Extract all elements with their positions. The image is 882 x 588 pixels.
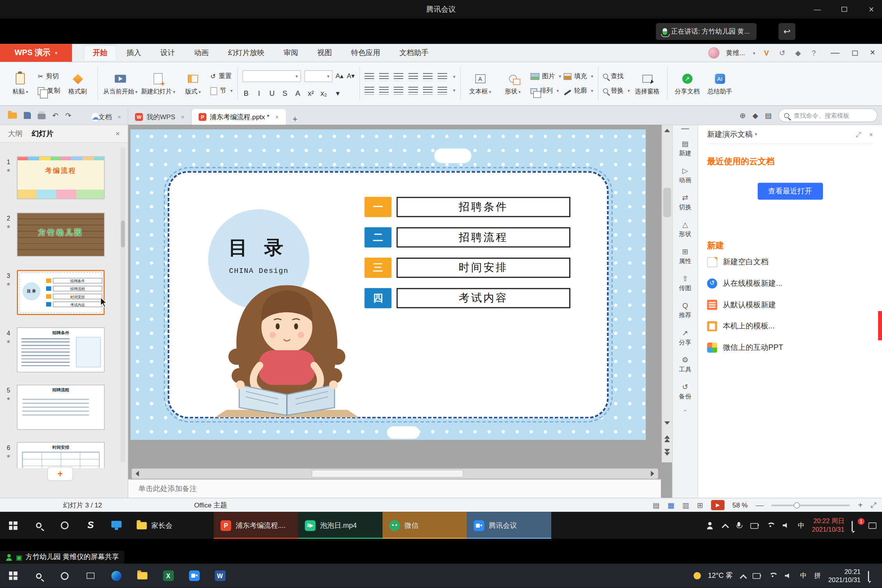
pane-expand-icon[interactable]: ⤢: [856, 130, 861, 138]
volume-icon[interactable]: [784, 572, 793, 580]
taskbar-search-button[interactable]: [26, 512, 52, 539]
slide[interactable]: 目 录 CHINA Design: [131, 129, 646, 440]
menu-tab[interactable]: 幻灯片放映: [219, 46, 273, 60]
new-from-online-template-item[interactable]: ↺ 从在线模板新建...: [707, 273, 873, 294]
pin-icon[interactable]: ⊕: [740, 111, 746, 120]
minimize-icon[interactable]: —: [812, 5, 823, 14]
selection-pane-button[interactable]: 选择窗格: [632, 72, 663, 95]
replace-button[interactable]: 替换▾: [603, 85, 630, 97]
decrease-font-icon[interactable]: A▾: [347, 72, 355, 80]
notes-area[interactable]: 单击此处添加备注: [128, 479, 661, 498]
wifi-icon[interactable]: [769, 572, 777, 580]
font-style-button[interactable]: S: [281, 89, 289, 97]
copy-button[interactable]: 复制: [38, 85, 60, 97]
task-view-button[interactable]: [78, 564, 104, 588]
minimize-icon[interactable]: —: [831, 48, 840, 58]
slide-sorter-icon[interactable]: ▥: [682, 501, 689, 509]
close-icon[interactable]: ×: [181, 114, 185, 120]
local-templates-item[interactable]: 本机上的模板...: [707, 316, 873, 336]
align-right-icon[interactable]: [394, 86, 403, 94]
toc-item[interactable]: 一 招聘条件: [364, 197, 570, 217]
picture-button[interactable]: 图片▾: [530, 71, 561, 82]
indent-icon[interactable]: [408, 73, 418, 81]
slide-thumbnail-2[interactable]: 方竹幼儿园: [17, 213, 104, 256]
command-search-input[interactable]: [792, 111, 866, 119]
app-wechat[interactable]: 微信: [382, 512, 467, 539]
vertical-scrollbar[interactable]: [662, 125, 672, 462]
skin-icon[interactable]: ◆: [794, 48, 803, 57]
app-tencent-meeting[interactable]: 腾讯会议: [467, 512, 551, 539]
help-icon[interactable]: ?: [809, 48, 818, 57]
normal-view-icon[interactable]: ▦: [667, 501, 674, 509]
fit-window-icon[interactable]: ⤢: [871, 501, 877, 510]
more-font-icon[interactable]: ▾: [334, 89, 342, 97]
battery-icon[interactable]: [753, 572, 762, 580]
paste-button[interactable]: 粘贴▾: [5, 72, 36, 95]
app-video-player[interactable]: ‖▶ 泡泡日.mp4: [298, 512, 383, 539]
bullet-list-icon[interactable]: [364, 73, 374, 81]
weather-text[interactable]: 12°C 雾: [708, 571, 733, 580]
play-from-current-button[interactable]: 从当前开始▾: [102, 72, 138, 95]
toc-item[interactable]: 三 时间安排: [364, 258, 570, 278]
theme-name[interactable]: Office 主题: [194, 501, 227, 510]
menu-tab[interactable]: 设计: [152, 46, 183, 60]
action-center-icon[interactable]: [868, 572, 877, 580]
vscroll-thumb[interactable]: [663, 188, 671, 217]
line-spacing-icon[interactable]: [437, 73, 447, 81]
tab-home[interactable]: 开始: [84, 46, 116, 60]
format-painter-button[interactable]: 格式刷: [63, 72, 93, 95]
justify-icon[interactable]: [408, 86, 418, 94]
font-style-button[interactable]: x₂: [320, 89, 328, 97]
restore-icon[interactable]: [852, 48, 857, 58]
wechat-interactive-ppt-item[interactable]: 微信上的互动PPT: [707, 337, 873, 358]
numbered-list-icon[interactable]: [379, 73, 388, 81]
reading-view-icon[interactable]: ⊞: [697, 501, 703, 509]
slideshow-play-button[interactable]: ▶: [711, 500, 725, 510]
skin-icon[interactable]: ◆: [753, 111, 758, 120]
menu-tab[interactable]: 动画: [186, 46, 217, 60]
rail-more-icon[interactable]: ⌄: [683, 406, 687, 412]
panel-scrollbar[interactable]: [120, 147, 125, 463]
cortana-button[interactable]: [52, 512, 77, 539]
app-wps-presentation[interactable]: P 浦东考编流程....: [214, 512, 298, 539]
font-style-button[interactable]: I: [255, 89, 263, 97]
s-app-button[interactable]: S: [78, 512, 104, 539]
rail-item[interactable]: ▤ 新建: [673, 135, 697, 162]
text-direction-icon[interactable]: [423, 73, 432, 81]
increase-font-icon[interactable]: A▴: [335, 72, 343, 80]
command-search[interactable]: [778, 109, 877, 122]
vip-icon[interactable]: V: [762, 48, 771, 57]
font-style-button[interactable]: A: [294, 89, 302, 97]
zoom-in-icon[interactable]: +: [858, 501, 863, 510]
panel-scrollbar-thumb[interactable]: [121, 220, 125, 247]
app-folder[interactable]: 家长会: [129, 512, 214, 539]
sync-icon[interactable]: ↺: [778, 48, 787, 57]
redo-icon[interactable]: ↷: [65, 111, 72, 120]
avatar[interactable]: [708, 47, 719, 59]
rail-item[interactable]: ⇄ 切换: [673, 189, 697, 216]
pane-close-icon[interactable]: ×: [869, 130, 873, 138]
doc-tab-mywps[interactable]: W 我的WPS ×: [128, 109, 192, 125]
shapes-button[interactable]: 形状▾: [498, 72, 528, 95]
start-button[interactable]: [0, 564, 26, 588]
new-blank-doc-item[interactable]: 新建空白文档: [707, 251, 873, 272]
tray-expand-icon[interactable]: [722, 523, 728, 528]
battery-icon[interactable]: [751, 521, 759, 530]
slide-thumbnail-4[interactable]: 招聘条件: [17, 327, 104, 372]
meeting-app-button[interactable]: [181, 564, 207, 588]
slide-thumbnail-6[interactable]: 时间安排: [17, 442, 104, 468]
volume-icon[interactable]: [782, 521, 791, 530]
close-icon[interactable]: ×: [116, 129, 120, 138]
toc-item[interactable]: 四 考试内容: [364, 288, 570, 308]
find-button[interactable]: 查找: [603, 71, 630, 82]
new-from-default-template-item[interactable]: 从默认模板新建: [707, 294, 873, 315]
add-slide-button[interactable]: +: [47, 467, 73, 481]
open-folder-icon[interactable]: [8, 112, 17, 118]
zoom-value[interactable]: 58 %: [732, 501, 748, 509]
notes-toggle-icon[interactable]: ▤: [653, 501, 660, 509]
view-recent-button[interactable]: 查看最近打开: [757, 183, 823, 200]
menu-tab[interactable]: 视图: [309, 46, 341, 60]
scroll-down-icon[interactable]: [664, 421, 670, 425]
rail-item[interactable]: ⚙ 工具: [673, 351, 697, 378]
zoom-slider[interactable]: [771, 504, 850, 506]
